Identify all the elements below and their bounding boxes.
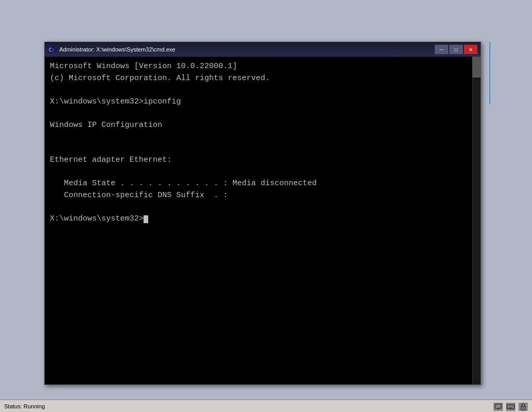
- terminal-line-9: Ethernet adapter Ethernet:: [50, 156, 172, 164]
- terminal-line-4: X:\windows\system32>ipconfig: [50, 97, 181, 106]
- terminal-line-12: Connection-specific DNS Suffix . :: [50, 191, 228, 200]
- terminal-line-2: (c) Microsoft Corporation. All rights re…: [50, 74, 270, 83]
- monitor-icon: [494, 403, 503, 411]
- bottom-right-icons: [494, 403, 528, 411]
- keyboard-icon: [506, 403, 515, 411]
- terminal-prompt: X:\windows\system32>: [50, 214, 144, 223]
- window-controls: ─ □ ✕: [435, 45, 477, 54]
- cmd-window: C: Administrator: X:\windows\System32\cm…: [44, 42, 481, 385]
- svg-rect-2: [495, 404, 501, 408]
- status-bar: Status: Running: [0, 400, 532, 412]
- svg-point-11: [523, 407, 524, 408]
- status-text: Status: Running: [4, 403, 45, 409]
- minimize-button[interactable]: ─: [435, 45, 448, 54]
- maximize-button[interactable]: □: [449, 45, 463, 54]
- terminal-line-1: Microsoft Windows [Version 10.0.22000.1]: [50, 62, 237, 71]
- desktop: C: Administrator: X:\windows\System32\cm…: [0, 0, 532, 412]
- terminal-output: Microsoft Windows [Version 10.0.22000.1]…: [50, 61, 475, 225]
- terminal-body[interactable]: Microsoft Windows [Version 10.0.22000.1]…: [45, 57, 481, 384]
- scrollbar-thumb[interactable]: [472, 57, 481, 78]
- cmd-icon: C:: [48, 45, 56, 54]
- svg-rect-5: [507, 405, 514, 409]
- window-title: Administrator: X:\windows\System32\cmd.e…: [59, 46, 175, 53]
- close-button[interactable]: ✕: [464, 45, 477, 54]
- scrollbar[interactable]: [472, 57, 481, 384]
- blue-accent-line: [489, 42, 490, 104]
- title-bar: C: Administrator: X:\windows\System32\cm…: [45, 42, 481, 57]
- title-bar-left: C: Administrator: X:\windows\System32\cm…: [48, 45, 175, 54]
- terminal-line-6: Windows IP Configuration: [50, 121, 162, 130]
- svg-text:C:: C:: [49, 47, 55, 53]
- cursor: [144, 215, 148, 223]
- lock-icon: [518, 403, 528, 411]
- terminal-line-11: Media State . . . . . . . . . . . : Medi…: [50, 179, 317, 188]
